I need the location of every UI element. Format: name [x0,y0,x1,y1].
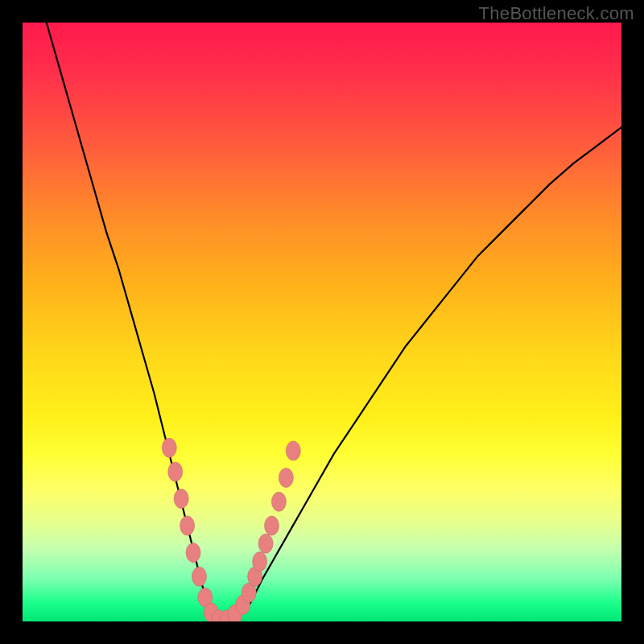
data-marker [186,543,200,562]
plot-area [23,23,621,621]
watermark-text: TheBottleneck.com [479,3,634,24]
data-marker [253,552,267,572]
chart-svg [23,23,621,621]
data-marker [258,534,273,553]
data-marker [192,567,206,586]
marker-group [162,438,300,621]
data-marker [180,516,195,535]
data-marker [279,468,293,487]
data-marker [162,438,176,457]
data-marker [271,492,286,511]
data-marker [265,516,279,535]
data-marker [174,489,188,508]
data-marker [168,462,183,481]
data-marker [286,441,300,460]
bottleneck-curve [47,23,621,621]
